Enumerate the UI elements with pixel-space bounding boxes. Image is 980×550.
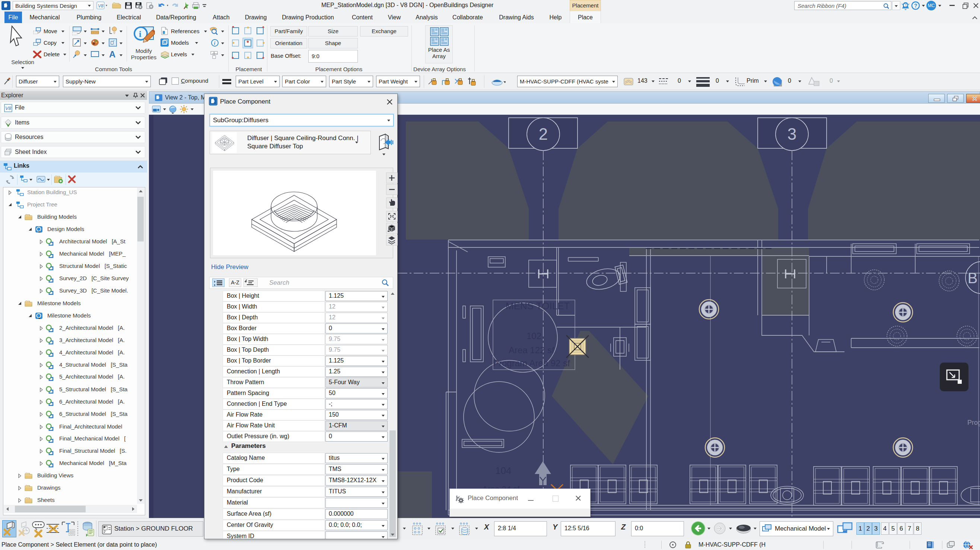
svg-text:Progr: Progr — [967, 419, 980, 426]
svg-text:B: B — [968, 270, 978, 286]
svg-text:V8: V8 — [5, 105, 11, 111]
svg-text:MENS TOILET: MENS TOILET — [506, 300, 570, 311]
svg-text:3: 3 — [788, 125, 796, 143]
svg-text:1: 1 — [905, 3, 907, 8]
svg-text:Area 122 sf: Area 122 sf — [509, 345, 554, 355]
svg-text:A: A — [109, 49, 115, 59]
svg-text:104: 104 — [495, 465, 511, 476]
svg-text:i: i — [214, 40, 216, 46]
svg-text:i: i — [139, 29, 142, 39]
svg-text:?: ? — [914, 3, 918, 9]
svg-text:V8: V8 — [98, 3, 103, 9]
svg-text:2: 2 — [539, 125, 548, 143]
svg-text:Program Area 92 sf: Program Area 92 sf — [493, 358, 570, 368]
svg-text:102: 102 — [527, 331, 541, 341]
